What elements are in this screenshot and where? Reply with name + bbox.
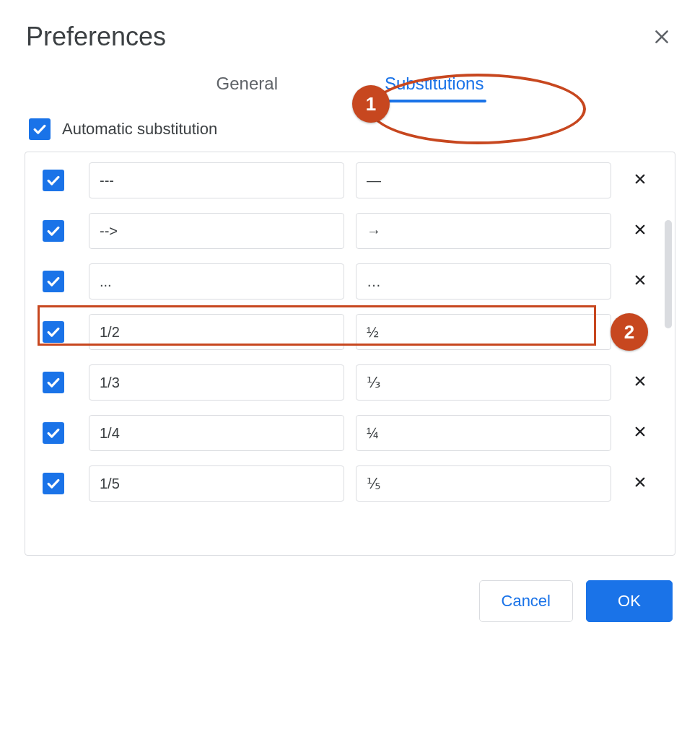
delete-row-icon[interactable] xyxy=(623,474,657,493)
table-row xyxy=(43,458,657,509)
automatic-substitution-label: Automatic substitution xyxy=(62,120,217,139)
with-input[interactable] xyxy=(356,415,611,451)
replace-input[interactable] xyxy=(89,162,344,198)
table-row xyxy=(43,206,657,256)
automatic-substitution-checkbox[interactable] xyxy=(29,118,51,140)
annotation-rect-row xyxy=(38,305,596,346)
delete-row-icon[interactable] xyxy=(623,171,657,190)
row-checkbox[interactable] xyxy=(43,271,64,292)
delete-row-icon[interactable] xyxy=(623,424,657,442)
substitutions-table xyxy=(25,152,675,556)
ok-button[interactable]: OK xyxy=(586,580,673,622)
replace-input[interactable] xyxy=(89,415,344,451)
tabs: General Substitutions xyxy=(25,69,675,98)
replace-input[interactable] xyxy=(89,465,344,502)
close-icon[interactable] xyxy=(652,27,671,51)
delete-row-icon[interactable] xyxy=(623,272,657,291)
row-checkbox[interactable] xyxy=(43,422,64,444)
delete-row-icon[interactable] xyxy=(623,373,657,392)
delete-row-icon[interactable] xyxy=(623,222,657,240)
with-input[interactable] xyxy=(356,364,611,401)
scrollbar-thumb[interactable] xyxy=(665,220,672,328)
with-input[interactable] xyxy=(356,263,611,299)
with-input[interactable] xyxy=(356,162,611,198)
row-checkbox[interactable] xyxy=(43,473,64,494)
cancel-button[interactable]: Cancel xyxy=(479,580,573,622)
tab-general[interactable]: General xyxy=(214,69,281,98)
table-row xyxy=(43,408,657,458)
annotation-ellipse-tab xyxy=(369,74,586,144)
replace-input[interactable] xyxy=(89,213,344,249)
dialog-title: Preferences xyxy=(26,22,166,52)
table-row xyxy=(43,357,657,408)
row-checkbox[interactable] xyxy=(43,372,64,393)
replace-input[interactable] xyxy=(89,364,344,401)
with-input[interactable] xyxy=(356,213,611,249)
annotation-badge-2: 2 xyxy=(611,313,648,351)
with-input[interactable] xyxy=(356,465,611,502)
row-checkbox[interactable] xyxy=(43,220,64,242)
replace-input[interactable] xyxy=(89,263,344,299)
row-checkbox[interactable] xyxy=(43,170,64,191)
table-row xyxy=(43,256,657,307)
annotation-badge-1: 1 xyxy=(352,85,390,123)
table-row xyxy=(43,155,657,206)
